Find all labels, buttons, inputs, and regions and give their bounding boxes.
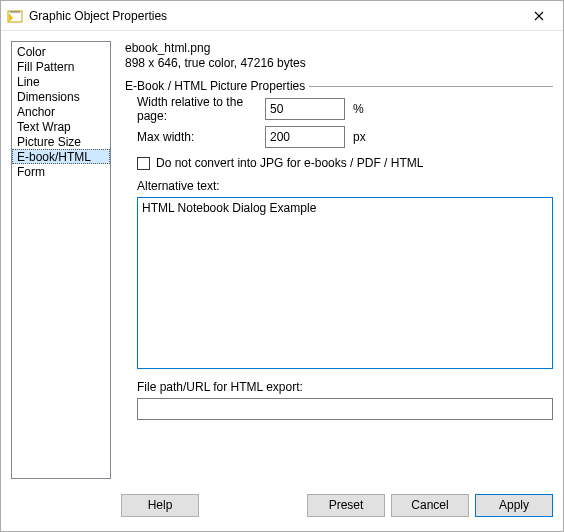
- convert-checkbox-label: Do not convert into JPG for e-books / PD…: [156, 156, 423, 170]
- titlebar: Graphic Object Properties: [1, 1, 563, 31]
- sidebar-item-label: Anchor: [17, 105, 55, 119]
- cancel-button[interactable]: Cancel: [391, 494, 469, 517]
- sidebar-item-label: Line: [17, 75, 40, 89]
- sidebar-item-label: Text Wrap: [17, 120, 71, 134]
- sidebar-item-label: Picture Size: [17, 135, 81, 149]
- main-panel: ebook_html.png 898 x 646, true color, 47…: [125, 41, 553, 479]
- sidebar-item-fill-pattern[interactable]: Fill Pattern: [12, 59, 110, 74]
- sidebar-item-label: Color: [17, 45, 46, 59]
- dialog-window: Graphic Object Properties Color Fill Pat…: [0, 0, 564, 532]
- sidebar-item-text-wrap[interactable]: Text Wrap: [12, 119, 110, 134]
- dialog-body: Color Fill Pattern Line Dimensions Ancho…: [1, 31, 563, 489]
- file-name: ebook_html.png: [125, 41, 553, 56]
- max-width-label: Max width:: [137, 130, 265, 144]
- sidebar-item-picture-size[interactable]: Picture Size: [12, 134, 110, 149]
- convert-checkbox[interactable]: [137, 157, 150, 170]
- help-button[interactable]: Help: [121, 494, 199, 517]
- width-relative-input[interactable]: [265, 98, 345, 120]
- sidebar-item-label: Form: [17, 165, 45, 179]
- sidebar-item-label: Fill Pattern: [17, 60, 74, 74]
- apply-button[interactable]: Apply: [475, 494, 553, 517]
- sidebar-item-label: Dimensions: [17, 90, 80, 104]
- width-relative-label: Width relative to the page:: [137, 95, 265, 123]
- preset-button[interactable]: Preset: [307, 494, 385, 517]
- convert-checkbox-row[interactable]: Do not convert into JPG for e-books / PD…: [137, 153, 553, 173]
- sidebar-item-ebook-html[interactable]: E-book/HTML: [12, 149, 110, 164]
- file-path-input[interactable]: [137, 398, 553, 420]
- file-path-label: File path/URL for HTML export:: [137, 380, 553, 394]
- sidebar-item-label: E-book/HTML: [17, 150, 91, 164]
- file-details: 898 x 646, true color, 47216 bytes: [125, 56, 553, 71]
- category-list[interactable]: Color Fill Pattern Line Dimensions Ancho…: [11, 41, 111, 479]
- alt-text-input[interactable]: [137, 197, 553, 369]
- file-info: ebook_html.png 898 x 646, true color, 47…: [125, 41, 553, 71]
- close-icon: [534, 11, 544, 21]
- max-width-input[interactable]: [265, 126, 345, 148]
- max-width-unit: px: [353, 130, 366, 144]
- sidebar-item-color[interactable]: Color: [12, 44, 110, 59]
- sidebar-item-line[interactable]: Line: [12, 74, 110, 89]
- app-icon: [7, 8, 23, 24]
- window-title: Graphic Object Properties: [29, 9, 519, 23]
- alt-text-label: Alternative text:: [137, 179, 553, 193]
- close-button[interactable]: [519, 2, 559, 30]
- width-relative-unit: %: [353, 102, 364, 116]
- sidebar-item-dimensions[interactable]: Dimensions: [12, 89, 110, 104]
- ebook-html-group: E-Book / HTML Picture Properties Width r…: [125, 75, 553, 420]
- dialog-footer: Help Preset Cancel Apply: [1, 489, 563, 531]
- sidebar-item-anchor[interactable]: Anchor: [12, 104, 110, 119]
- group-title: E-Book / HTML Picture Properties: [125, 79, 305, 93]
- sidebar-item-form[interactable]: Form: [12, 164, 110, 179]
- group-separator: [309, 86, 553, 87]
